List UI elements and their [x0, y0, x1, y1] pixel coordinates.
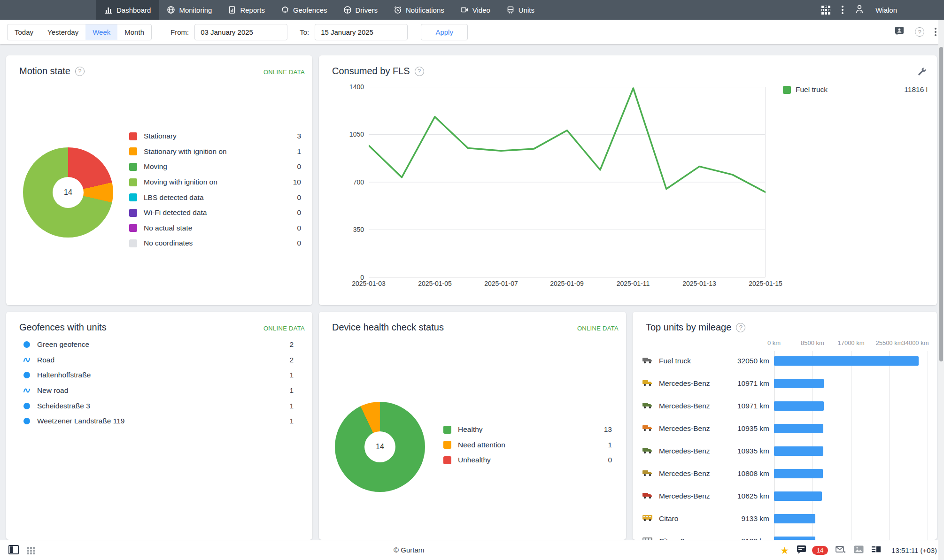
filter-bar: Today Yesterday Week Month From: To: App…: [0, 20, 944, 44]
toggle-left-panel-icon[interactable]: [8, 545, 19, 556]
apps-grid-icon[interactable]: [821, 6, 830, 15]
mileage-bar: [774, 514, 815, 523]
mileage-row[interactable]: Mercedes-Benz 10625 km: [642, 485, 928, 507]
nav-item-notifications[interactable]: Notifications: [386, 0, 452, 20]
y-tick: 1050: [319, 130, 364, 138]
y-tick: 1400: [319, 83, 364, 91]
mileage-row[interactable]: Mercedes-Benz 10971 km: [642, 372, 928, 395]
nav-item-reports[interactable]: Reports: [220, 0, 273, 20]
nav-item-drivers[interactable]: Drivers: [335, 0, 386, 20]
consumed-by-fls-panel: Consumed by FLS ? 1400 1050 700 350 0 20…: [319, 55, 937, 305]
bus-icon: [642, 514, 654, 523]
mileage-row[interactable]: Mercedes-Benz 10971 km: [642, 395, 928, 417]
mileage-row[interactable]: Citaro 9133 km: [642, 507, 928, 530]
legend-swatch: [443, 456, 451, 464]
image-icon[interactable]: [854, 545, 864, 555]
apply-button[interactable]: Apply: [421, 24, 468, 40]
nav-item-video[interactable]: Video: [452, 0, 498, 20]
nav-item-dashboard[interactable]: Dashboard: [96, 0, 159, 20]
to-date-input[interactable]: [315, 24, 408, 40]
mileage-bar: [774, 401, 824, 411]
footer: © Gurtam ★ 14 13:51:11 (+03): [0, 540, 944, 560]
axis-tick: 34000 km: [894, 339, 936, 346]
vertical-scrollbar[interactable]: [938, 20, 944, 560]
legend-item: Stationary3: [129, 129, 301, 144]
geofence-row[interactable]: New road 1: [23, 383, 294, 399]
truck-icon: [642, 446, 654, 456]
filter-kebab-menu-icon[interactable]: [935, 28, 936, 36]
mileage-bar: [774, 446, 823, 456]
account-name[interactable]: Wialon: [875, 6, 897, 14]
geofence-line-icon: [23, 356, 31, 364]
user-icon[interactable]: [855, 4, 864, 15]
pie-total: 14: [364, 431, 395, 462]
panel-title: Device health check status: [332, 322, 444, 333]
mileage-row[interactable]: Mercedes-Benz 10808 km: [642, 462, 928, 485]
fls-line-chart[interactable]: [369, 87, 766, 277]
geofence-row[interactable]: Road 2: [23, 353, 294, 368]
nav-label: Drivers: [356, 6, 378, 14]
geofence-row[interactable]: Haltenhoffstraße 1: [23, 368, 294, 383]
nav-item-geofences[interactable]: Geofences: [273, 0, 335, 20]
mileage-bar: [774, 379, 824, 388]
axis-tick: 0 km: [753, 339, 795, 346]
panel-title: Consumed by FLS ?: [332, 66, 424, 77]
mileage-row[interactable]: Citaro 2 9133 km: [642, 530, 928, 540]
scrollbar-thumb[interactable]: [939, 47, 943, 361]
help-icon[interactable]: ?: [415, 67, 424, 76]
mail-icon[interactable]: [836, 545, 846, 556]
settings-wrench-icon[interactable]: [917, 67, 927, 78]
legend-item: Moving0: [129, 159, 301, 175]
mileage-bar: [774, 469, 823, 478]
globe-icon: [167, 6, 175, 14]
legend-swatch: [129, 163, 137, 171]
video-icon: [460, 6, 469, 14]
legend-swatch: [783, 86, 791, 94]
geofence-list: Green geofence 2 Road 2 Haltenhoffstraße…: [23, 337, 294, 429]
motion-state-panel: Motion state ? ONLINE DATA 14 Stationary…: [6, 55, 312, 305]
motion-pie-chart[interactable]: 14: [23, 147, 113, 238]
messages-count-badge[interactable]: 14: [812, 546, 828, 555]
mileage-row[interactable]: Fuel truck 32050 km: [642, 350, 928, 372]
preset-week[interactable]: Week: [85, 24, 117, 40]
date-preset-group: Today Yesterday Week Month: [7, 24, 152, 40]
nav-kebab-menu-icon[interactable]: [842, 6, 843, 14]
legend-item: Moving with ignition on10: [129, 175, 301, 190]
favorites-star-icon[interactable]: ★: [780, 545, 789, 555]
y-tick: 350: [319, 226, 364, 233]
health-pie-chart[interactable]: 14: [335, 402, 425, 492]
geofence-polygon-icon: [23, 402, 31, 410]
legend-item: Wi-Fi detected data0: [129, 205, 301, 221]
legend-swatch: [129, 193, 137, 201]
legend-item: LBS detected data0: [129, 190, 301, 205]
x-tick: 2025-01-03: [343, 280, 395, 287]
preset-month[interactable]: Month: [117, 24, 151, 40]
from-date-input[interactable]: [194, 24, 287, 40]
preset-yesterday[interactable]: Yesterday: [40, 24, 85, 40]
legend-item: Healthy13: [443, 422, 612, 437]
legend-item: Stationary with ignition on1: [129, 144, 301, 160]
nav-item-monitoring[interactable]: Monitoring: [159, 0, 220, 20]
mileage-rows: Fuel truck 32050 km Mercedes-Benz 10971 …: [642, 350, 928, 540]
mileage-row[interactable]: Mercedes-Benz 10935 km: [642, 440, 928, 462]
preset-today[interactable]: Today: [8, 24, 40, 40]
geofence-row[interactable]: Scheidestraße 3 1: [23, 398, 294, 414]
gridline: [928, 351, 928, 540]
messages-icon[interactable]: [797, 545, 806, 556]
help-icon[interactable]: ?: [736, 323, 745, 332]
geofence-polygon-icon: [23, 371, 31, 379]
table-icon[interactable]: [871, 545, 881, 555]
contact-support-icon[interactable]: [894, 26, 905, 38]
geofence-polygon-icon: [23, 341, 31, 348]
apps-grid-icon[interactable]: [27, 547, 35, 554]
truck-icon: [642, 356, 654, 366]
top-units-mileage-panel: Top units by mileage ? 0 km 8500 km 1700…: [633, 312, 937, 540]
geofence-row[interactable]: Green geofence 2: [23, 337, 294, 353]
help-icon[interactable]: ?: [915, 27, 924, 37]
bus-icon: [642, 537, 654, 540]
help-icon[interactable]: ?: [75, 67, 85, 76]
truck-icon: [642, 491, 654, 501]
mileage-row[interactable]: Mercedes-Benz 10935 km: [642, 417, 928, 440]
nav-item-units[interactable]: Units: [498, 0, 542, 20]
geofence-row[interactable]: Weetzener Landstraße 119 1: [23, 414, 294, 429]
